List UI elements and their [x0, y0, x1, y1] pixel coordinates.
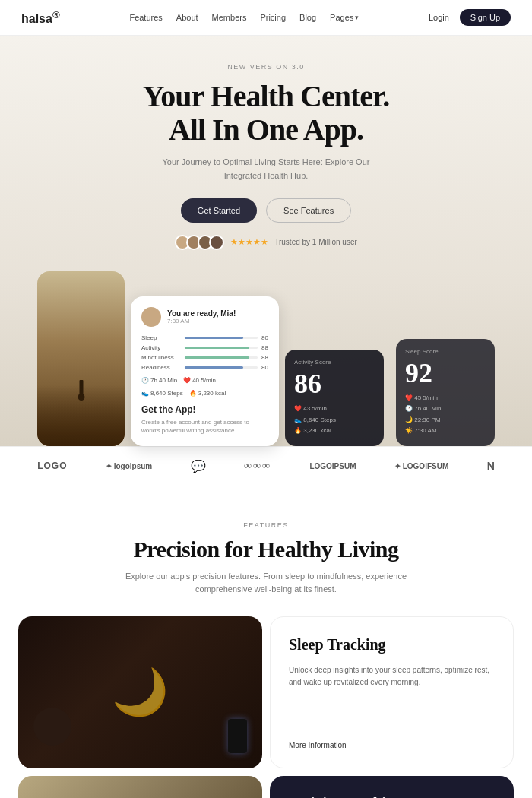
logos-strip: LOGO ✦ logolpsum 💬 ∞∞∞ LOGOIPSUM ✦ LOGOI…: [0, 446, 532, 486]
activity-progress: Activity 88: [141, 344, 268, 351]
features-badge: Features: [18, 521, 514, 529]
steps-stat: 👟8,640 Steps: [141, 390, 183, 397]
trust-text: Trusted by 1 Million user: [274, 238, 357, 246]
activity-score-label: Activity Score: [294, 359, 375, 366]
hero-buttons: Get Started See Features: [21, 198, 511, 223]
activity-score-number: 86: [294, 370, 375, 397]
features-grid: 🌙 Sleep Tracking Unlock deep insights in…: [18, 616, 514, 798]
activity-card-title: Activity Tracking: [288, 794, 496, 798]
nav-features[interactable]: Features: [129, 13, 162, 22]
dashboard-header: You are ready, Mia! 7:30 AM: [141, 307, 268, 327]
sleep-score-card: Sleep Score 92 ❤️ 45 5/min 🕐 7h 40 Min 🌙…: [396, 339, 495, 446]
sleep-text-card: Sleep Tracking Unlock deep insights into…: [270, 616, 514, 768]
activity-dark-card: Activity Tracking Seamlessly monitor you…: [270, 776, 514, 798]
mindfulness-progress: Mindfulness 88: [141, 354, 268, 361]
login-button[interactable]: Login: [429, 13, 449, 22]
features-title: Precision for Healthy Living: [18, 537, 514, 562]
sleep-more-info[interactable]: More Information: [289, 741, 495, 749]
greeting-text: You are ready, Mia!: [167, 309, 236, 318]
nav-pricing[interactable]: Pricing: [260, 13, 286, 22]
sleep-image-card: 🌙: [18, 616, 262, 768]
desert-image-left: [37, 271, 125, 446]
sleep-stat: 🕐7h 40 Min: [141, 377, 177, 384]
sleep-score-label: Sleep Score: [405, 348, 486, 355]
user-avatar: [141, 307, 161, 327]
features-section: Features Precision for Healthy Living Ex…: [0, 486, 532, 798]
nav-members[interactable]: Members: [212, 13, 247, 22]
activity-score-card: Activity Score 86 ❤️ 43 5/min 👟 8,640 St…: [285, 350, 384, 445]
avatar-group: [175, 235, 224, 250]
stats-row2: 👟8,640 Steps 🔥3,230 kcal: [141, 390, 268, 397]
kcal-stat: 🔥3,230 kcal: [189, 390, 226, 397]
nav-about[interactable]: About: [176, 13, 198, 22]
hero-section: New version 3.0 Your Health Center. All …: [0, 36, 532, 445]
dashboard-card: You are ready, Mia! 7:30 AM Sleep 80 Act…: [131, 296, 279, 445]
sleep-score-number: 92: [405, 359, 486, 387]
logo-item-5: LOGOIPSUM: [309, 462, 356, 470]
logo: halsa®: [21, 9, 60, 26]
sleep-card-title: Sleep Tracking: [289, 635, 495, 654]
signup-button[interactable]: Sign Up: [460, 9, 511, 26]
readiness-progress: Readiness 80: [141, 364, 268, 371]
sleep-progress: Sleep 80: [141, 334, 268, 341]
get-app-desc: Create a free account and get access to …: [141, 418, 268, 435]
time-text: 7:30 AM: [167, 318, 236, 325]
activity-details: ❤️ 43 5/min 👟 8,640 Steps 🔥 3,230 kcal: [294, 404, 375, 436]
logo-item-6: ✦ LOGOIFSUM: [394, 462, 448, 470]
logo-item-2: ✦ logolpsum: [106, 462, 152, 470]
nav-blog[interactable]: Blog: [299, 13, 316, 22]
logo-item-7: N: [487, 460, 495, 472]
get-app-title: Get the App!: [141, 404, 268, 415]
hero-subtitle: Your Journey to Optimal Living Starts He…: [144, 156, 388, 182]
hero-headline: Your Health Center. All In One App.: [21, 80, 511, 147]
logo-item-1: LOGO: [37, 461, 67, 471]
chevron-down-icon: ▾: [355, 14, 359, 21]
nav-links: Features About Members Pricing Blog Page…: [129, 13, 359, 22]
get-started-button[interactable]: Get Started: [181, 198, 257, 223]
stats-row: 🕐7h 40 Min ❤️40 5/min: [141, 377, 268, 384]
nav-pages[interactable]: Pages ▾: [330, 13, 359, 22]
sleep-details: ❤️ 45 5/min 🕐 7h 40 Min 🌙 22:30 PM ☀️ 7:…: [405, 393, 486, 437]
avatar: [209, 235, 224, 250]
app-mockup: You are ready, Mia! 7:30 AM Sleep 80 Act…: [21, 271, 511, 446]
hero-trust: ★★★★★ Trusted by 1 Million user: [21, 235, 511, 250]
activity-image-card: 🧘: [18, 776, 262, 798]
navigation: halsa® Features About Members Pricing Bl…: [0, 0, 532, 36]
features-subtitle: Explore our app's precision features. Fr…: [122, 570, 410, 597]
logo-item-4: ∞∞∞: [244, 460, 271, 472]
nav-auth: Login Sign Up: [429, 9, 511, 26]
hero-badge: New version 3.0: [21, 63, 511, 71]
stars-rating: ★★★★★: [230, 237, 268, 247]
heart-stat: ❤️40 5/min: [183, 377, 216, 384]
logo-item-3: 💬: [191, 459, 206, 473]
see-features-button[interactable]: See Features: [266, 198, 351, 223]
sleep-card-desc: Unlock deep insights into your sleep pat…: [289, 664, 495, 689]
